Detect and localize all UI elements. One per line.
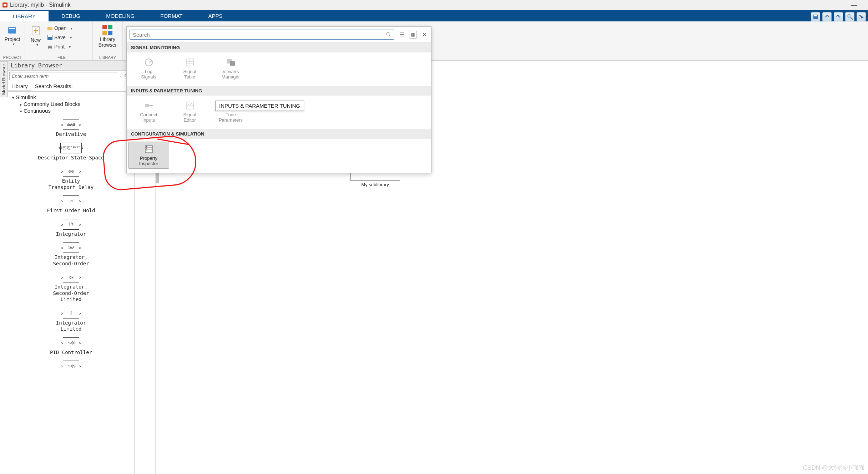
- app-property-inspector[interactable]: Property Inspector: [128, 142, 169, 169]
- block-derivative[interactable]: du/dtDerivative: [9, 119, 133, 138]
- library-browser-header: Library Browser: [8, 61, 134, 71]
- library-browser-panel: Library Browser ⌄ 🔍 ▾ Library Search Res…: [8, 61, 135, 474]
- svg-rect-14: [102, 31, 107, 35]
- ribbon-group-file: New Open Save Print FILE: [25, 21, 93, 60]
- project-button[interactable]: Project: [2, 23, 22, 47]
- search-qat-button[interactable]: 🔍: [845, 12, 854, 21]
- svg-rect-12: [102, 25, 107, 29]
- svg-rect-25: [186, 102, 193, 109]
- svg-rect-22: [230, 61, 235, 66]
- app-signal-table[interactable]: Signal Table: [169, 55, 210, 82]
- tree-node-continuous[interactable]: Continuous: [9, 107, 133, 114]
- signal-table-icon: [185, 57, 195, 67]
- library-block-list: du/dtDerivative E ẋ = Ax + Bu y = Cx + D…: [9, 114, 133, 378]
- section-config-sim-header: CONFIGURATION & SIMULATION: [127, 129, 431, 139]
- view-list-icon[interactable]: ☰: [398, 31, 405, 39]
- file-ops-column: Open Save Print: [46, 24, 74, 51]
- svg-rect-3: [814, 15, 817, 16]
- svg-rect-23: [145, 104, 149, 107]
- block-first-order-hold[interactable]: ⩘First Order Hold: [9, 195, 133, 214]
- app-viewers-manager[interactable]: Viewers Manager: [210, 55, 251, 82]
- tab-format[interactable]: FORMAT: [147, 10, 195, 21]
- save-qat-button[interactable]: [811, 12, 820, 21]
- library-browser-label-1: Library: [100, 36, 115, 42]
- library-browser-label-2: Browser: [99, 42, 117, 48]
- svg-rect-35: [146, 146, 147, 147]
- redo-button[interactable]: ↷: [834, 12, 843, 21]
- library-browser-button[interactable]: Library Browser: [96, 23, 119, 49]
- block-entity-transport-delay[interactable]: ⊙⊙Entity Transport Delay: [9, 166, 133, 190]
- new-label: New: [31, 37, 41, 43]
- viewers-manager-icon: [226, 57, 236, 67]
- library-search-input[interactable]: [9, 72, 118, 80]
- library-tabs: Library Search Results:: [8, 82, 134, 92]
- block-descriptor-state-space[interactable]: E ẋ = Ax + Bu y = Cx + DuDescriptor Stat…: [9, 143, 133, 161]
- block-integrator-limited[interactable]: ⨍Integrator Limited: [9, 308, 133, 332]
- section-inputs-tuning: Connect Inputs Signal Editor Tune Parame…: [127, 96, 431, 129]
- tab-modeling[interactable]: MODELING: [93, 10, 147, 21]
- block-integrator-second-order[interactable]: 1/s²Integrator, Second-Order: [9, 242, 133, 267]
- block-integrator[interactable]: 1/sIntegrator: [9, 219, 133, 238]
- signal-editor-icon: [185, 101, 195, 111]
- close-gallery-icon[interactable]: ✕: [420, 31, 428, 39]
- open-button[interactable]: Open: [46, 24, 74, 33]
- connect-inputs-icon: [144, 101, 154, 111]
- model-browser-tab[interactable]: Model Browser: [0, 61, 8, 97]
- section-signal-monitoring: Log Signals Signal Table Viewers Manager: [127, 52, 431, 86]
- save-button[interactable]: Save: [46, 33, 74, 42]
- block-integrator-second-order-limited[interactable]: ∫dxIntegrator, Second-Order Limited: [9, 272, 133, 303]
- print-button[interactable]: Print: [46, 42, 74, 51]
- ribbon-group-project: Project PROJECT: [0, 21, 25, 60]
- svg-rect-1: [4, 4, 6, 6]
- svg-rect-37: [146, 151, 147, 151]
- library-tab-library[interactable]: Library: [8, 82, 31, 91]
- library-tab-results[interactable]: Search Results:: [31, 82, 76, 91]
- section-signal-monitoring-header: SIGNAL MONITORING: [127, 43, 431, 52]
- app-signal-editor[interactable]: Signal Editor: [169, 98, 210, 125]
- group-label-library: LIBRARY: [93, 55, 122, 60]
- apps-search-bar: ☰ ▦ ✕: [127, 27, 431, 43]
- library-search-row: ⌄ 🔍 ▾: [8, 71, 134, 82]
- block-pid-controller[interactable]: PID(s)PID Controller: [9, 337, 133, 356]
- group-label-project: PROJECT: [0, 55, 25, 60]
- minimize-button[interactable]: —: [851, 1, 857, 9]
- tab-apps[interactable]: APPS: [196, 10, 236, 21]
- toolstrip-tabs: LIBRARY DEBUG MODELING FORMAT APPS ↶ ↷ 🔍…: [0, 10, 868, 21]
- tab-library[interactable]: LIBRARY: [0, 10, 49, 21]
- log-signals-icon: [144, 57, 154, 67]
- ribbon-group-library: Library Browser LIBRARY: [93, 21, 123, 60]
- group-label-file: FILE: [28, 55, 95, 60]
- new-button[interactable]: New: [28, 24, 44, 48]
- app-connect-inputs[interactable]: Connect Inputs: [128, 98, 169, 125]
- undo-button[interactable]: ↶: [822, 12, 832, 21]
- apps-search-input[interactable]: [130, 30, 394, 40]
- section-inputs-tuning-header: INPUTS & PARAMETER TUNING: [127, 86, 431, 96]
- tab-debug[interactable]: DEBUG: [49, 10, 93, 21]
- library-browser-icon: [102, 24, 113, 36]
- watermark: CSDN @大强强小强强: [803, 464, 864, 472]
- folder-open-icon: [47, 25, 53, 31]
- svg-rect-5: [9, 28, 15, 29]
- save-icon: [47, 35, 53, 40]
- print-label: Print: [54, 44, 65, 50]
- property-inspector-icon: [144, 144, 154, 154]
- tree-node-simulink[interactable]: Simulink: [9, 94, 133, 101]
- svg-rect-8: [48, 35, 52, 37]
- help-qat-button[interactable]: ?▸: [857, 12, 866, 21]
- apps-gallery-dropdown: ☰ ▦ ✕ SIGNAL MONITORING Log Signals Sign…: [126, 26, 432, 173]
- window-title: Library: mylib - Simulink: [10, 2, 71, 8]
- view-grid-icon[interactable]: ▦: [409, 31, 417, 39]
- project-icon: [7, 24, 18, 36]
- svg-marker-24: [152, 105, 153, 107]
- new-icon: [30, 25, 41, 36]
- svg-rect-10: [49, 45, 51, 46]
- svg-rect-11: [49, 48, 51, 49]
- quick-access-toolbar: ↶ ↷ 🔍 ?▸: [811, 12, 868, 21]
- svg-rect-13: [108, 25, 112, 29]
- svg-rect-15: [108, 31, 112, 35]
- block-pid-2dof[interactable]: PID(s): [9, 361, 133, 371]
- title-bar: Library: mylib - Simulink —: [0, 0, 868, 10]
- save-label: Save: [54, 35, 66, 40]
- tree-node-commonly-used[interactable]: Commonly Used Blocks: [9, 101, 133, 107]
- app-log-signals[interactable]: Log Signals: [128, 55, 169, 82]
